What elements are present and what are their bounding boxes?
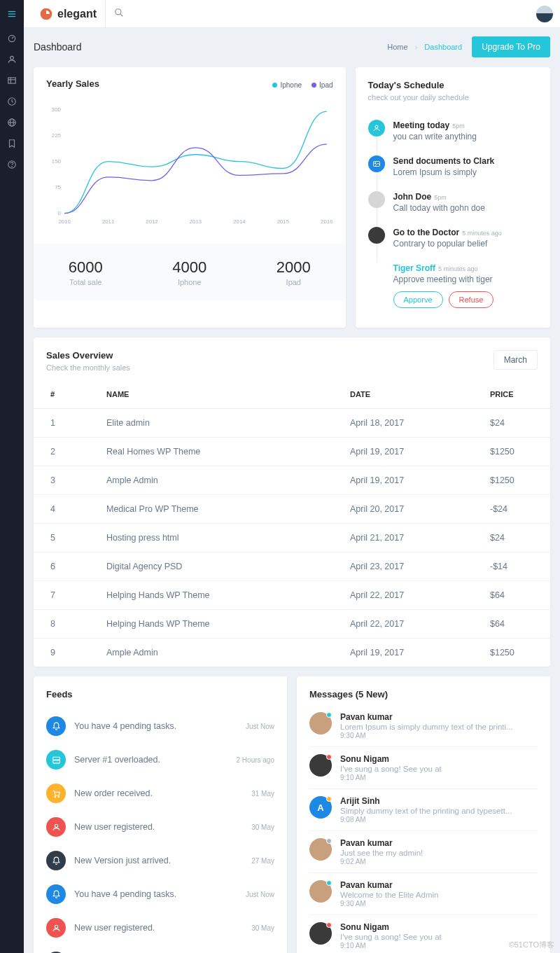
message-avatar (309, 880, 332, 903)
messages-title: Messages (5 New) (309, 689, 538, 700)
schedule-subtitle: check out your daily schedule (368, 93, 538, 102)
refuse-button[interactable]: Refuse (449, 291, 494, 308)
feeds-card: Feeds You have 4 pending tasks. Just Now… (34, 676, 287, 953)
schedule-item[interactable]: Go to the Doctor5 minutes ago Contrary t… (368, 220, 538, 256)
sales-overview-card: Sales Overview Check the monthly sales M… (34, 338, 550, 667)
message-item[interactable]: Sonu Nigam I've sung a song! See you at … (309, 915, 538, 953)
svg-text:2012: 2012 (146, 218, 158, 225)
svg-point-34 (57, 796, 59, 798)
schedule-item-title: John Doe (393, 192, 432, 202)
schedule-item-title: Go to the Doctor (393, 228, 460, 237)
nav-help-icon[interactable] (0, 154, 24, 175)
feed-time: 2 Hours ago (237, 756, 274, 764)
table-row[interactable]: 7Helping Hands WP ThemeApril 22, 2017 $6… (34, 581, 550, 610)
status-dot-icon (326, 922, 332, 928)
table-row[interactable]: 2Real Homes WP ThemeApril 19, 2017 $1250 (34, 438, 550, 466)
schedule-item[interactable]: Meeting today5pm you can write anything (368, 113, 538, 148)
schedule-item[interactable]: Send documents to Clark Lorem Ipsum is s… (368, 148, 538, 184)
message-avatar (309, 838, 332, 861)
table-row[interactable]: 3Ample AdminApril 19, 2017 $1250 (34, 466, 550, 495)
message-item[interactable]: A Arijit Sinh Simply dummy text of the p… (309, 789, 538, 831)
feed-time: 31 May (251, 790, 274, 798)
yearly-sales-card: Yearly Sales IphoneIpad 0751502253002010… (34, 67, 346, 328)
schedule-title: Today's Schedule (368, 80, 538, 90)
message-time: 9:30 AM (340, 900, 538, 907)
feed-item[interactable]: New Version just arrived. 27 May (46, 945, 274, 953)
message-item[interactable]: Pavan kumar Welcome to the Elite Admin 9… (309, 873, 538, 915)
feed-item[interactable]: You have 4 pending tasks. Just Now (46, 709, 274, 743)
feed-time: Just Now (246, 723, 274, 730)
table-row[interactable]: 5Hosting press htmlApril 21, 2017 $24 (34, 524, 550, 552)
breadcrumb-current[interactable]: Dashboard (424, 43, 462, 51)
svg-rect-31 (52, 757, 59, 760)
feed-time: Just Now (246, 891, 274, 898)
watermark: ©51CTO博客 (509, 940, 554, 950)
svg-text:2013: 2013 (190, 218, 202, 225)
menu-toggle[interactable] (0, 0, 24, 28)
message-item[interactable]: Pavan kumar Just see the my admin! 9:02 … (309, 831, 538, 873)
feed-item[interactable]: You have 4 pending tasks. Just Now (46, 877, 274, 911)
schedule-item-title: Meeting today (393, 120, 450, 130)
feed-text: You have 4 pending tasks. (74, 721, 237, 731)
brand-logo[interactable]: elegant (31, 0, 106, 28)
message-text: Just see the my admin! (340, 849, 538, 857)
svg-text:2014: 2014 (233, 218, 246, 225)
table-row[interactable]: 4Medical Pro WP ThemeApril 20, 2017 -$24 (34, 495, 550, 524)
messages-card: Messages (5 New) Pavan kumar Lorem Ipsum… (297, 676, 550, 953)
user-avatar[interactable] (536, 6, 553, 22)
nav-table-icon[interactable] (0, 70, 24, 91)
table-row[interactable]: 9Ample AdminApril 19, 2017 $1250 (34, 639, 550, 667)
svg-rect-5 (8, 78, 16, 83)
search-button[interactable] (106, 8, 132, 20)
svg-point-35 (55, 824, 57, 827)
feed-item[interactable]: New user registered. 30 May (46, 911, 274, 945)
svg-point-30 (374, 162, 376, 164)
table-row[interactable]: 8Helping Hands WP ThemeApril 22, 2017 $6… (34, 610, 550, 639)
message-item[interactable]: Pavan kumar Lorem Ipsum is simply dummy … (309, 705, 538, 747)
nav-bookmark-icon[interactable] (0, 133, 24, 154)
svg-point-14 (115, 9, 121, 15)
feed-item[interactable]: New Version just arrived. 27 May (46, 844, 274, 877)
sidebar (0, 0, 24, 953)
svg-point-4 (10, 56, 14, 60)
svg-text:75: 75 (55, 184, 61, 190)
approve-button[interactable]: Apporve (393, 291, 443, 308)
message-text: Simply dummy text of the printing and ty… (340, 807, 538, 815)
month-dropdown[interactable]: March (493, 350, 538, 370)
logo-mark-icon (39, 7, 53, 21)
sales-subtitle: Check the monthly sales (46, 363, 130, 372)
svg-text:2010: 2010 (58, 218, 71, 225)
message-avatar: A (309, 796, 332, 819)
nav-globe-icon[interactable] (0, 112, 24, 133)
message-time: 9:10 AM (340, 774, 538, 781)
feed-item[interactable]: New user registered. 30 May (46, 810, 274, 844)
message-item[interactable]: Sonu Nigam I've sung a song! See you at … (309, 747, 538, 789)
feed-time: 30 May (251, 823, 274, 831)
table-row[interactable]: 1Elite adminApril 18, 2017 $24 (34, 409, 550, 438)
status-dot-icon (326, 754, 332, 760)
chart-title: Yearly Sales (46, 78, 99, 89)
table-row[interactable]: 6Digital Agency PSDApril 23, 2017 -$14 (34, 552, 550, 581)
bell-icon (46, 851, 66, 870)
breadcrumb-home[interactable]: Home (387, 43, 407, 51)
schedule-item[interactable]: Tiger Sroff5 minutes ago Approve meeting… (368, 256, 538, 315)
nav-user-icon[interactable] (0, 49, 24, 70)
status-dot-icon (326, 796, 332, 802)
feed-text: New order received. (74, 788, 243, 798)
upgrade-button[interactable]: Upgrade To Pro (472, 36, 550, 57)
nav-clock-icon[interactable] (0, 91, 24, 112)
nav-dashboard-icon[interactable] (0, 28, 24, 49)
svg-point-13 (12, 167, 13, 167)
feed-item[interactable]: New order received. 31 May (46, 777, 274, 810)
feed-item[interactable]: Server #1 overloaded. 2 Hours ago (46, 743, 274, 777)
svg-text:2015: 2015 (277, 218, 290, 225)
feed-text: New Version just arrived. (74, 856, 243, 865)
status-dot-icon (326, 880, 332, 886)
sales-title: Sales Overview (46, 350, 130, 361)
col-name: NAME (90, 380, 333, 409)
bell-icon (46, 716, 66, 736)
schedule-item[interactable]: John Doe5pm Call today with gohn doe (368, 184, 538, 220)
message-time: 9:02 AM (340, 858, 538, 865)
svg-line-15 (120, 14, 123, 17)
feed-text: New user registered. (74, 923, 243, 933)
